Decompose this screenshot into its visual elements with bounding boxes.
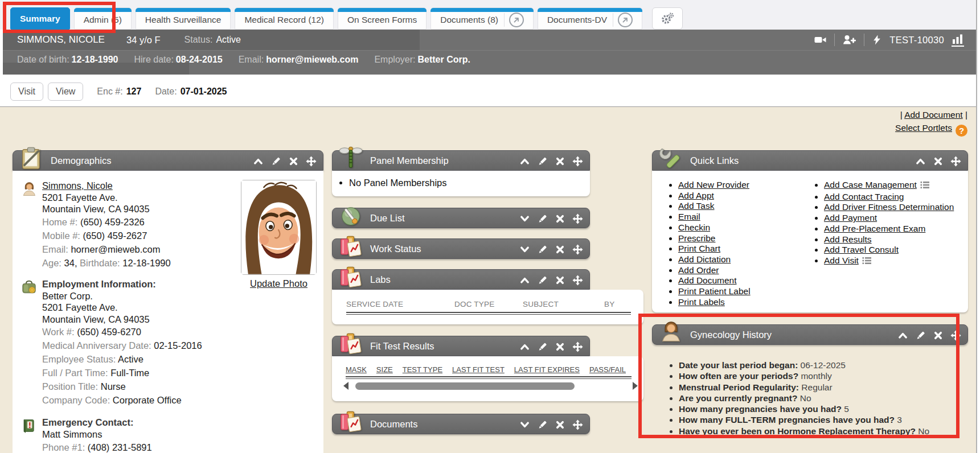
quick-link-anchor[interactable]: Email [678,212,700,221]
page-right-scroll-edge[interactable] [976,0,977,453]
edit-portlet-button[interactable] [536,274,548,286]
select-portlets-link[interactable]: Select Portlets [895,123,952,133]
edit-portlet-button[interactable] [536,155,548,167]
move-portlet-handle[interactable] [571,243,584,256]
patient-header: SIMMONS, NICOLE 34 y/o F Status: Active … [3,30,977,50]
visit-button[interactable]: Visit [10,83,43,101]
close-portlet-button[interactable] [553,212,566,225]
close-portlet-button[interactable] [932,329,944,341]
move-portlet-handle[interactable] [571,340,584,353]
add-person-icon[interactable] [842,34,856,46]
popout-icon[interactable] [509,13,524,27]
quick-link: Print Chart [678,244,799,254]
fit-test-column-link[interactable]: LAST FIT EXPIRES [514,365,580,374]
edit-portlet-button[interactable] [536,418,548,431]
collapse-portlet-button[interactable] [518,340,531,353]
move-portlet-handle[interactable] [571,418,584,431]
close-portlet-button[interactable] [553,340,566,353]
expand-portlet-button[interactable] [518,418,531,431]
close-portlet-button[interactable] [553,418,566,431]
tab-medical-record[interactable]: Medical Record (12) [235,7,334,30]
patient-info-field: Employer:Better Corp. [374,55,470,65]
quick-link-anchor[interactable]: Add Document [678,275,737,285]
fit-test-column-link[interactable]: LAST FIT TEST [452,365,505,374]
scroll-left-icon[interactable] [343,382,348,390]
fit-test-column-link[interactable]: PASS/FAIL [589,365,626,374]
collapse-portlet-button[interactable] [518,274,531,286]
lightning-bolt-icon[interactable] [872,34,882,46]
quick-link-anchor[interactable]: Add Order [678,265,719,275]
quick-link-anchor[interactable]: Print Labels [678,297,725,307]
patient-name-link[interactable]: Simmons, Nicole [42,180,113,191]
tab-documents-dv[interactable]: Documents-DV [538,7,642,30]
quick-link-anchor[interactable]: Checkin [678,223,710,232]
quick-links-portlet-body: Add New Provider Add Appt Add Task Email… [652,171,968,312]
quick-link-anchor[interactable]: Add Dictation [678,254,731,264]
collapse-portlet-button[interactable] [518,155,531,167]
quick-link: Add Results [824,234,954,245]
collapse-portlet-button[interactable] [896,329,909,341]
tab-admin[interactable]: Admin (5) [74,7,132,30]
close-portlet-button[interactable] [553,243,566,256]
quick-link-anchor[interactable]: Add Contact Tracing [824,192,904,201]
fit-test-column-link[interactable]: MASK [346,365,367,374]
scroll-right-icon[interactable] [633,382,638,390]
help-icon[interactable]: ? [956,125,967,137]
video-camera-icon[interactable] [814,34,827,46]
quick-link: Add Appt [678,191,799,201]
enc-number-value: 127 [126,87,142,97]
fit-test-column-link[interactable]: TEST TYPE [403,365,442,374]
view-button[interactable]: View [48,83,83,101]
quick-link-anchor[interactable]: Add Pre-Placement Exam [824,224,925,233]
edit-portlet-button[interactable] [269,155,282,167]
collapse-portlet-button[interactable] [252,155,264,167]
tab-documents[interactable]: Documents (8) [430,7,534,30]
edit-portlet-button[interactable] [536,243,548,256]
edit-portlet-button[interactable] [536,212,548,225]
quick-link-anchor[interactable]: Add Payment [824,213,877,223]
quick-link: Add Visit [824,256,954,267]
close-portlet-button[interactable] [553,274,566,286]
bar-chart-icon[interactable] [952,34,964,47]
list-menu-icon[interactable] [862,257,871,267]
quick-link-anchor[interactable]: Add Visit [824,256,859,265]
expand-portlet-button[interactable] [518,212,531,225]
move-portlet-handle[interactable] [571,274,584,286]
tab-summary[interactable]: Summary [10,7,70,30]
close-portlet-button[interactable] [287,155,300,167]
move-portlet-handle[interactable] [571,212,584,225]
tab-health-surveillance[interactable]: Health Surveillance [136,7,231,30]
move-portlet-handle[interactable] [949,329,962,341]
move-portlet-handle[interactable] [949,155,962,167]
fit-test-column-link[interactable]: SIZE [376,365,393,374]
update-photo-link[interactable]: Update Photo [250,278,307,289]
quick-link-anchor[interactable]: Add New Provider [678,180,749,190]
quick-link-anchor[interactable]: Add Task [678,201,714,211]
quick-link-anchor[interactable]: Add Travel Consult [824,245,899,254]
close-icon [933,156,944,167]
quick-link-anchor[interactable]: Prescribe [678,233,715,243]
quick-link-anchor[interactable]: Add Case Management [824,180,917,190]
edit-portlet-button[interactable] [914,329,926,341]
move-portlet-handle[interactable] [305,155,317,167]
quick-link-anchor[interactable]: Add Results [824,234,872,244]
scrollbar-thumb[interactable] [355,382,575,390]
tab-settings-button[interactable] [652,7,683,30]
horizontal-scrollbar[interactable] [343,382,638,390]
add-document-link[interactable]: Add Document [904,110,963,120]
close-portlet-button[interactable] [553,155,566,167]
expand-portlet-button[interactable] [518,243,531,256]
chevron-down-icon [519,213,530,224]
quick-link-anchor[interactable]: Add Appt [678,191,714,200]
quick-link-anchor[interactable]: Print Patient Label [678,286,751,296]
move-portlet-handle[interactable] [571,155,584,167]
list-menu-icon[interactable] [920,181,929,192]
close-portlet-button[interactable] [932,155,944,167]
quick-link-anchor[interactable]: Print Chart [678,244,720,253]
tab-on-screen-forms[interactable]: On Screen Forms [338,7,427,30]
quick-link: Print Labels [678,297,799,308]
collapse-portlet-button[interactable] [914,155,926,167]
edit-portlet-button[interactable] [536,340,548,353]
quick-link-anchor[interactable]: Add Driver Fitness Determination [824,202,954,212]
popout-icon[interactable] [618,13,633,27]
